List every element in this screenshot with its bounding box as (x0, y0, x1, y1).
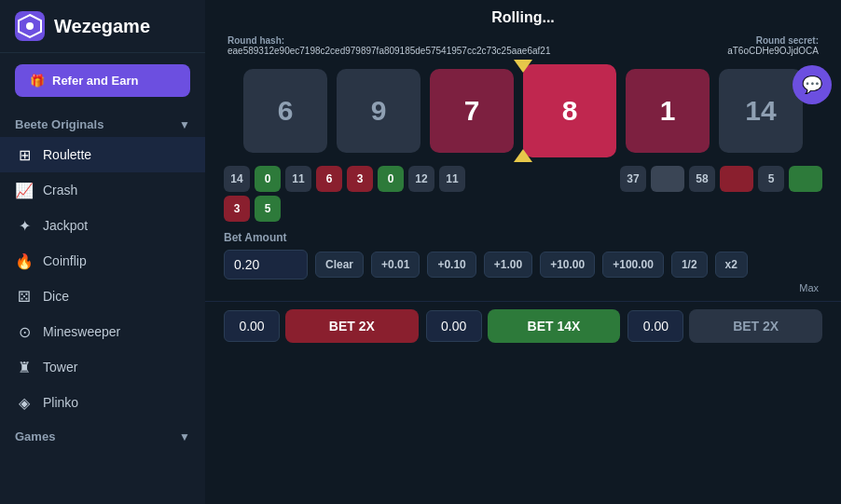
bet-cell-0: 0.00 BET 2X (224, 309, 419, 343)
plus-010-button[interactable]: +0.10 (427, 252, 476, 278)
games-section: Games ▼ (0, 420, 205, 449)
plinko-icon: ◈ (15, 393, 34, 412)
card-0: 6 (243, 69, 327, 153)
plus-10000-button[interactable]: +100.00 (602, 252, 664, 278)
card-1: 9 (337, 69, 420, 153)
coinflip-icon: 🔥 (15, 252, 34, 270)
logo-icon (15, 11, 45, 41)
num-3-red-b: 3 (224, 196, 250, 222)
sidebar-item-plinko[interactable]: ◈ Plinko (0, 385, 205, 420)
num-11-a: 11 (285, 166, 311, 192)
sidebar-item-coinflip[interactable]: 🔥 Coinflip (0, 243, 205, 279)
chat-icon: 💬 (802, 75, 822, 95)
chat-button[interactable]: 💬 (793, 65, 832, 104)
sidebar-item-crash[interactable]: 📈 Crash (0, 172, 205, 208)
hash-info: Round hash: eae589312e90ec7198c2ced97989… (205, 32, 841, 60)
bet-2x-red-button[interactable]: BET 2X (285, 309, 419, 343)
app-name: Wezegame (54, 16, 150, 37)
bet-area: Bet Amount Clear +0.01 +0.10 +1.00 +10.0… (205, 225, 841, 297)
game-status: Rolling... (205, 0, 841, 32)
sidebar-item-jackpot[interactable]: ✦ Jackpot (0, 208, 205, 243)
round-secret-block: Round secret: aT6oCDHe9OJjdOCA (727, 35, 819, 56)
half-button[interactable]: 1/2 (671, 252, 708, 278)
bet-value-0: 0.00 (224, 310, 280, 342)
refer-icon: 🎁 (30, 74, 45, 88)
bet-cell-1: 0.00 BET 14X (426, 309, 621, 343)
plus-1000-button[interactable]: +10.00 (540, 252, 595, 278)
bet-amount-label: Bet Amount (224, 231, 822, 244)
plus-001-button[interactable]: +0.01 (371, 252, 420, 278)
round-secret-label: Round secret: (756, 35, 819, 46)
main-content: 💬 Rolling... Round hash: eae589312e90ec7… (205, 0, 841, 504)
arrow-up-indicator (514, 149, 532, 162)
max-label: Max (224, 282, 822, 293)
bet-cell-2: 0.00 BET 2X (627, 309, 822, 343)
sidebar-item-roulette[interactable]: ⊞ Roulette (0, 137, 205, 172)
bet-value-1: 0.00 (426, 310, 482, 342)
svg-point-2 (26, 22, 34, 30)
num-12: 12 (408, 166, 434, 192)
plus-100-button[interactable]: +1.00 (484, 252, 532, 278)
refer-earn-button[interactable]: 🎁 Refer and Earn (15, 64, 190, 97)
bottom-bet-row: 0.00 BET 2X 0.00 BET 14X 0.00 BET 2X (205, 301, 841, 350)
double-button[interactable]: x2 (715, 252, 748, 278)
num-11-b: 11 (439, 166, 465, 192)
card-4: 1 (626, 69, 710, 153)
round-hash-value: eae589312e90ec7198c2ced979897fa809185de5… (227, 46, 550, 56)
bet-2x-gray-button[interactable]: BET 2X (689, 309, 822, 343)
arrow-down-indicator (514, 60, 532, 73)
sidebar: Wezegame 🎁 Refer and Earn Beete Original… (0, 0, 205, 504)
clear-button[interactable]: Clear (315, 252, 364, 278)
num-37: 37 (620, 166, 646, 192)
minesweeper-icon: ⊙ (15, 322, 34, 341)
sidebar-item-dice[interactable]: ⚄ Dice (0, 279, 205, 314)
num-6-red: 6 (316, 166, 342, 192)
beete-originals-section: Beete Originals ▼ (0, 108, 205, 137)
games-chevron-icon: ▼ (179, 430, 190, 443)
bet-14x-green-button[interactable]: BET 14X (488, 309, 621, 343)
num-box-gray (651, 166, 684, 192)
num-5-green: 5 (255, 196, 281, 222)
num-58: 58 (689, 166, 715, 192)
card-2: 7 (430, 69, 514, 153)
num-3-red: 3 (347, 166, 373, 192)
bet-controls: Clear +0.01 +0.10 +1.00 +10.00 +100.00 1… (224, 250, 822, 279)
num-box-red (720, 166, 753, 192)
second-number-row: 3 5 (205, 196, 841, 225)
num-14: 14 (224, 166, 250, 192)
bet-input[interactable] (224, 250, 308, 279)
sidebar-item-minesweeper[interactable]: ⊙ Minesweeper (0, 314, 205, 349)
sidebar-item-tower[interactable]: ♜ Tower (0, 349, 205, 385)
chevron-down-icon: ▼ (179, 118, 190, 131)
round-hash-block: Round hash: eae589312e90ec7198c2ced97989… (227, 35, 550, 56)
round-hash-label: Round hash: (227, 35, 284, 46)
bet-value-2: 0.00 (627, 310, 683, 342)
tower-icon: ♜ (15, 358, 34, 376)
dice-icon: ⚄ (15, 287, 34, 306)
num-box-green (789, 166, 822, 192)
num-0-green-b: 0 (378, 166, 404, 192)
card-3: 8 (523, 64, 616, 157)
card-5: 14 (719, 69, 803, 153)
round-secret-value: aT6oCDHe9OJjdOCA (727, 46, 819, 56)
crash-icon: 📈 (15, 181, 34, 199)
num-5: 5 (758, 166, 784, 192)
num-0-green: 0 (255, 166, 281, 192)
cards-area: 6 9 7 8 1 14 (205, 60, 841, 162)
number-row: 14 0 11 6 3 0 12 11 37 58 5 (205, 162, 841, 196)
roulette-icon: ⊞ (15, 145, 34, 164)
sidebar-header: Wezegame (0, 0, 205, 53)
jackpot-icon: ✦ (15, 216, 34, 235)
